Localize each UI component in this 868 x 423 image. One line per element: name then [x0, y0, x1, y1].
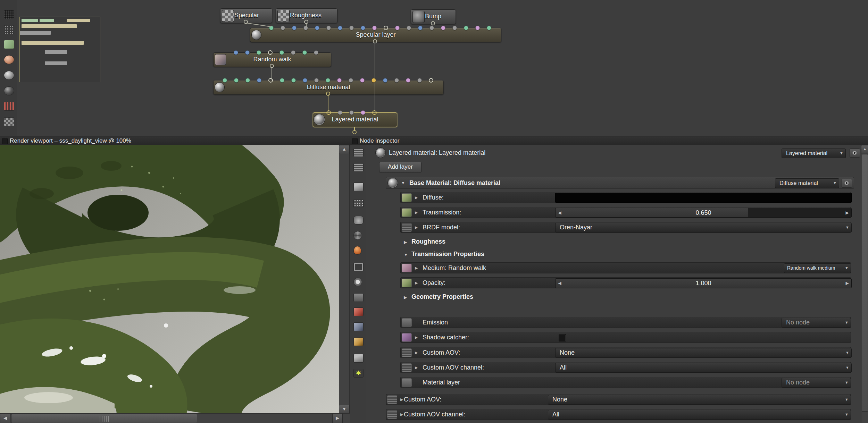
node-pin[interactable] [234, 78, 239, 83]
palette-medium-icon[interactable] [4, 71, 14, 80]
node-pin[interactable] [245, 50, 250, 55]
outer-custom-aov-channel-dropdown[interactable]: All ▼ [548, 410, 851, 420]
expander-icon[interactable]: ▶ [415, 262, 418, 273]
material-layer-node-dropdown[interactable]: No node ▼ [782, 378, 851, 388]
palette-texture-icon[interactable] [4, 117, 14, 126]
section-transmission-properties[interactable]: ▼Transmission Properties [404, 251, 484, 259]
layer-stack-icon[interactable] [353, 148, 364, 157]
node-chip-icon[interactable] [402, 363, 412, 372]
node-diffuse-material[interactable]: Diffuse material [213, 80, 444, 95]
node-chip-icon[interactable] [402, 333, 412, 342]
picture-icon[interactable] [353, 354, 364, 363]
palette-image-icon[interactable] [4, 40, 14, 49]
palette-material-icon[interactable] [4, 55, 14, 64]
scroll-up-button[interactable]: ▲ [861, 145, 868, 153]
transmission-slider[interactable]: ◀ 0.650 ▶ [555, 208, 852, 218]
node-pin[interactable] [303, 78, 307, 83]
palette-metal-icon[interactable] [4, 86, 14, 95]
star-icon[interactable]: ✱ [353, 369, 364, 378]
panel-toggle-icon[interactable] [352, 138, 358, 144]
node-pin[interactable] [314, 50, 318, 55]
panel-toggle-icon[interactable] [2, 138, 8, 144]
node-pin[interactable] [407, 26, 411, 30]
base-material-header[interactable]: ▼ Base Material: Diffuse material Diffus… [386, 177, 854, 189]
opacity-slider[interactable]: ◀ 1.000 ▶ [555, 278, 852, 288]
gold-cube-icon[interactable] [353, 337, 364, 346]
node-pin[interactable] [349, 78, 353, 83]
slider-increment[interactable]: ▶ [843, 208, 851, 217]
list-icon[interactable] [353, 163, 364, 172]
node-graph-editor[interactable]: Specular Roughness Bump Specular layer R… [0, 0, 868, 136]
expander-icon[interactable]: ▶ [400, 394, 403, 405]
scroll-right-button[interactable]: ▶ [332, 413, 343, 423]
panel-icon[interactable] [353, 293, 364, 302]
node-pin[interactable] [338, 110, 342, 115]
node-pin[interactable] [406, 78, 410, 83]
node-chip-icon[interactable] [402, 208, 412, 217]
node-pin[interactable] [245, 78, 250, 83]
expander-icon[interactable]: ▶ [415, 192, 418, 203]
viewport-vertical-scrollbar[interactable] [339, 145, 350, 414]
node-input-pins[interactable] [234, 50, 318, 55]
node-pin[interactable] [326, 110, 331, 115]
node-pin[interactable] [452, 26, 457, 30]
expander-icon[interactable]: ▶ [415, 332, 418, 343]
node-pin[interactable] [326, 26, 331, 30]
node-pin[interactable] [349, 26, 354, 30]
node-pin[interactable] [291, 78, 296, 83]
palette-grid-icon[interactable] [4, 10, 14, 19]
expander-icon[interactable]: ▶ [415, 347, 418, 358]
medium-dropdown[interactable]: Random walk medium ▼ [784, 263, 851, 273]
emission-node-dropdown[interactable]: No node ▼ [782, 318, 851, 328]
image-icon[interactable] [353, 183, 364, 191]
scroll-up-button[interactable]: ▲ [339, 145, 350, 154]
node-pin[interactable] [384, 26, 388, 30]
node-pin[interactable] [314, 78, 319, 83]
scroll-left-button[interactable]: ◀ [0, 413, 10, 423]
node-pin[interactable] [337, 78, 342, 83]
node-pin[interactable] [429, 26, 434, 30]
node-pin[interactable] [280, 78, 284, 83]
node-pin[interactable] [361, 26, 365, 30]
expander-icon[interactable]: ▶ [415, 277, 418, 288]
node-pin[interactable] [441, 26, 445, 30]
visibility-eye-button[interactable] [842, 179, 852, 188]
node-layered-material-selected[interactable]: Layered material [313, 112, 397, 127]
node-random-walk[interactable]: Random walk [213, 52, 331, 67]
node-specular-layer[interactable]: Specular layer [250, 28, 501, 42]
node-pin[interactable] [303, 26, 308, 30]
frame-icon[interactable] [353, 263, 364, 271]
node-pin[interactable] [268, 50, 273, 55]
outer-custom-aov-dropdown[interactable]: None ▼ [548, 395, 851, 405]
vertical-scroll-thumb[interactable] [862, 154, 868, 412]
custom-aov-channel-dropdown[interactable]: All ▼ [555, 363, 852, 373]
mesh-icon[interactable] [353, 199, 364, 208]
base-material-type-dropdown[interactable]: Diffuse material ▼ [775, 178, 839, 188]
node-specular[interactable]: Specular [220, 8, 272, 23]
custom-aov-dropdown[interactable]: None ▼ [555, 348, 852, 358]
node-pin[interactable] [269, 26, 274, 30]
node-pin[interactable] [281, 26, 285, 30]
node-chip-icon[interactable] [402, 193, 412, 202]
node-pin[interactable] [417, 78, 422, 83]
node-pin[interactable] [268, 78, 273, 83]
clock-icon[interactable] [353, 278, 362, 286]
slate-cube-icon[interactable] [353, 322, 364, 331]
brdf-model-dropdown[interactable]: Oren-Nayar ▼ [555, 223, 852, 232]
node-input-pins[interactable] [326, 110, 377, 115]
node-pin[interactable] [338, 26, 342, 30]
node-pin[interactable] [360, 78, 365, 83]
droplet-icon[interactable] [353, 246, 361, 255]
node-pin[interactable] [315, 26, 319, 30]
scroll-down-button[interactable]: ▼ [339, 405, 350, 414]
node-type-dropdown[interactable]: Layered material ▼ [782, 149, 846, 158]
node-pin[interactable] [223, 78, 227, 83]
node-chip-icon[interactable] [402, 348, 412, 357]
node-pin[interactable] [475, 26, 480, 30]
node-chip-icon[interactable] [402, 318, 412, 327]
node-pin[interactable] [291, 50, 295, 55]
red-cube-icon[interactable] [353, 307, 364, 316]
expander-open-icon[interactable]: ▼ [401, 177, 405, 189]
swirl-icon[interactable] [353, 231, 362, 240]
node-pin[interactable] [234, 50, 238, 55]
